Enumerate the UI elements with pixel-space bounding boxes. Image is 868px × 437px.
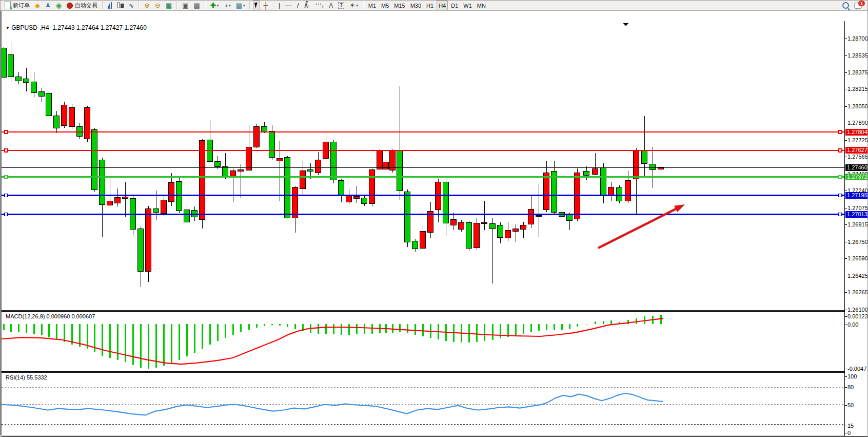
shapes-button[interactable]: ✶▾	[347, 1, 360, 10]
price-axis[interactable]: 1.287001.285351.283751.282151.280501.278…	[845, 21, 868, 436]
templates-button[interactable]: ▤▾	[234, 1, 247, 10]
timeframe-mn-button[interactable]: MN	[475, 1, 488, 10]
hline-button[interactable]: —	[283, 1, 294, 10]
profile-button[interactable]: ♟	[43, 1, 53, 10]
price-tick: 1.26750	[847, 239, 868, 245]
toolbar-separator	[205, 2, 206, 9]
rsi-tick: 0	[847, 430, 851, 436]
shapes-icon: ✶	[349, 2, 355, 9]
timeframe-h4-button[interactable]: H4	[437, 1, 448, 10]
timeframe-d1-button[interactable]: D1	[449, 1, 460, 10]
person-icon: ♟	[45, 2, 51, 9]
line-chart-button[interactable]: ∿	[127, 1, 136, 10]
new-order-button[interactable]: +新订单	[3, 1, 32, 10]
toolbar-separator	[273, 2, 274, 9]
timeframe-w1-button[interactable]: W1	[461, 1, 474, 10]
current-price-badge: 1.27460	[845, 164, 868, 171]
bar-chart-button[interactable]	[106, 1, 114, 10]
periods-button[interactable]: ◑▾	[222, 1, 232, 10]
line-handle[interactable]	[839, 213, 842, 216]
toolbar-separator	[363, 2, 364, 9]
timeframe-h1-button[interactable]: H1	[424, 1, 436, 10]
line-handle[interactable]	[5, 149, 8, 152]
chat-icon: 1	[854, 3, 862, 9]
toolbar-separator	[102, 2, 103, 9]
rsi-label: RSI(14) 55.5332	[6, 374, 47, 381]
chart-window: ▼ GBPUSD-,H4 1.27443 1.27464 1.27427 1.2…	[1, 11, 868, 435]
candle-chart-button[interactable]	[115, 1, 126, 10]
chart-shift-marker[interactable]	[623, 23, 628, 26]
timeframe-m15-button[interactable]: M15	[392, 1, 407, 10]
signal-button[interactable]: ◉	[54, 1, 64, 10]
price-badge-1.27627: 1.27627	[845, 147, 868, 154]
tile-windows-button[interactable]: ▦	[164, 1, 174, 10]
line-handle[interactable]	[839, 176, 842, 179]
line-handle[interactable]	[839, 149, 842, 152]
chart-quote-ohlc: 1.27443 1.27464 1.27427 1.27460	[52, 24, 147, 31]
channel-button[interactable]: ∥E	[302, 1, 312, 10]
template-icon: ▤	[236, 2, 242, 9]
price-tick: 1.27725	[847, 137, 868, 144]
arrange-charts-button[interactable]: ▣	[180, 1, 190, 10]
timeframe-m1-button[interactable]: M1	[366, 1, 378, 10]
rsi-canvas[interactable]	[2, 373, 844, 436]
price-chart-canvas[interactable]	[2, 21, 844, 310]
bar-chart-icon	[108, 2, 112, 9]
line-handle[interactable]	[839, 194, 842, 197]
panel-divider[interactable]	[2, 371, 868, 372]
rsi-line	[2, 393, 663, 415]
macd-canvas[interactable]	[2, 312, 844, 372]
search-icon	[842, 2, 849, 9]
autotrade-button[interactable]: 自动交易	[65, 1, 100, 10]
line-handle[interactable]	[5, 213, 8, 216]
timeframe-m30-button[interactable]: M30	[408, 1, 423, 10]
macd-tick: -0.004774	[847, 366, 868, 372]
dropdown-arrow-icon: ▾	[229, 4, 231, 8]
indicators-button[interactable]: ✚▾	[208, 1, 221, 10]
cursor-button[interactable]	[253, 1, 260, 10]
search-button[interactable]	[840, 1, 851, 10]
line-handle[interactable]	[5, 130, 8, 134]
panel-divider[interactable]	[2, 311, 868, 312]
rsi-tick: 50	[847, 402, 854, 409]
market-widget-button[interactable]: ◆	[33, 1, 42, 10]
track-chart-button[interactable]: ▤	[192, 1, 202, 10]
panel-divider[interactable]	[2, 310, 868, 311]
price-tick: 1.27565	[847, 154, 868, 160]
line-handle[interactable]	[839, 130, 842, 134]
arrange-icon: ▣	[182, 2, 188, 9]
price-tick: 1.28700	[847, 35, 868, 42]
dropdown-arrow-icon: ▾	[243, 4, 245, 8]
tile-windows-icon: ▦	[166, 2, 172, 9]
vline-button[interactable]: |	[277, 1, 282, 10]
crosshair-button[interactable]: ┼	[261, 1, 270, 10]
toolbar-separator	[249, 2, 250, 9]
chart-collapse-icon[interactable]: ▼	[6, 26, 10, 30]
new-order-icon: +	[5, 2, 11, 9]
rsi-tick: 15	[847, 423, 854, 429]
price-tick: 1.28215	[847, 86, 868, 92]
crosshair-icon: ┼	[263, 2, 268, 9]
price-tick: 1.27075	[847, 205, 868, 212]
timeframe-m5-button[interactable]: M5	[379, 1, 391, 10]
signal-icon: ◉	[56, 2, 62, 9]
text-icon: A	[329, 2, 333, 9]
vertical-line-icon: |	[279, 2, 280, 9]
fibonacci-button[interactable]: ⋯F	[313, 1, 326, 10]
zoom-in-button[interactable]: ⊕	[142, 1, 152, 10]
price-tick: 1.26590	[847, 255, 868, 262]
line-handle[interactable]	[5, 194, 8, 197]
panel-divider[interactable]	[2, 372, 868, 373]
macd-tick: 0.001234	[847, 313, 868, 320]
zoom-out-button[interactable]: ⊖	[153, 1, 163, 10]
trendline-button[interactable]: /	[295, 1, 301, 10]
toolbar-separator	[139, 2, 140, 9]
chat-button[interactable]: 1	[852, 1, 864, 10]
macd-signal-line	[2, 318, 663, 364]
candle-chart-icon	[117, 2, 124, 9]
toolbar: +新订单◆♟◉自动交易∿⊕⊖▦▣▤✚▾◑▾▤▾┼|—/∥E⋯FAT✶▾M1M5M…	[1, 1, 868, 11]
line-handle[interactable]	[5, 176, 8, 179]
text-button[interactable]: A	[327, 1, 335, 10]
chart-symbol-period: GBPUSD-,H4	[11, 24, 49, 31]
text-label-button[interactable]: T	[336, 1, 346, 10]
